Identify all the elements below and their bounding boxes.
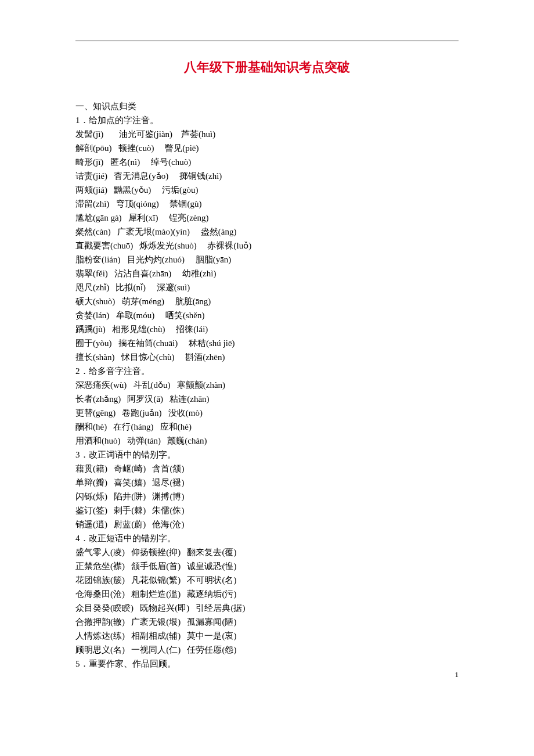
text-line: 滞留(zhì) 穹顶(qióng) 禁锢(gù) bbox=[75, 197, 459, 211]
page-number: 1 bbox=[455, 670, 459, 679]
text-line: 擅长(shàn) 怵目惊心(chù) 斟酒(zhēn) bbox=[75, 350, 459, 364]
text-line: 直戳要害(chuō) 烁烁发光(shuò) 赤裸裸(luǒ) bbox=[75, 239, 459, 253]
text-line: 众目癸癸(睽睽) 既物起兴(即) 引经居典(据) bbox=[75, 601, 459, 615]
text-line: 咫尺(zhǐ) 比拟(nǐ) 深邃(suì) bbox=[75, 280, 459, 294]
text-line: 尴尬(gān gà) 犀利(xī) 锃亮(zèng) bbox=[75, 211, 459, 225]
text-line: 更替(gēng) 卷跑(juǎn) 没收(mò) bbox=[75, 406, 459, 420]
text-line: 单辩(瓣) 喜笑(嬉) 退尽(褪) bbox=[75, 476, 459, 489]
text-line: 诘责(jié) 杳无消息(yǎo) 掷铜钱(zhì) bbox=[75, 169, 459, 183]
text-line: 3．改正词语中的错别字。 bbox=[75, 448, 459, 462]
text-line: 1．给加点的字注音。 bbox=[75, 113, 459, 127]
text-line: 发髻(jì) 油光可鉴(jiàn) 芦荟(huì) bbox=[75, 127, 459, 141]
text-line: 酬和(hè) 在行(háng) 应和(hè) bbox=[75, 420, 459, 434]
document-page: 八年级下册基础知识考点突破 一、知识点归类1．给加点的字注音。发髻(jì) 油光… bbox=[0, 0, 534, 694]
text-line: 囿于(yòu) 揣在袖筒(chuāi) 秫秸(shú jiē) bbox=[75, 336, 459, 350]
text-line: 贪婪(lán) 牟取(móu) 哂笑(shěn) bbox=[75, 308, 459, 322]
text-line: 深恶痛疾(wù) 斗乱(dǒu) 寒颤颤(zhàn) bbox=[75, 378, 459, 392]
text-line: 两颊(jiá) 黝黑(yǒu) 污垢(gòu) bbox=[75, 183, 459, 197]
text-line: 2．给多音字注音。 bbox=[75, 364, 459, 378]
text-line: 5．重要作家、作品回顾。 bbox=[75, 657, 459, 671]
text-line: 翡翠(fěi) 沾沾自喜(zhān) 幼稚(zhì) bbox=[75, 267, 459, 280]
top-separator bbox=[75, 41, 459, 41]
text-line: 仓海桑田(沧) 粗制烂造(滥) 藏逐纳垢(污) bbox=[75, 587, 459, 601]
text-line: 藉贯(籍) 奇岖(崎) 含首(颔) bbox=[75, 462, 459, 476]
text-line: 踽踽(jù) 相形见绌(chù) 招徕(lái) bbox=[75, 322, 459, 336]
text-line: 鉴订(签) 剌手(棘) 朱儒(侏) bbox=[75, 503, 459, 517]
text-line: 解剖(pōu) 顿挫(cuò) 瞥见(piē) bbox=[75, 141, 459, 155]
text-line: 人情炼达(练) 相副相成(辅) 莫中一是(衷) bbox=[75, 629, 459, 643]
text-line: 畸形(jī) 匿名(nì) 绰号(chuò) bbox=[75, 155, 459, 169]
document-body: 一、知识点归类1．给加点的字注音。发髻(jì) 油光可鉴(jiàn) 芦荟(hu… bbox=[75, 99, 459, 671]
text-line: 顾明思义(名) 一视同人(仁) 任劳任愿(怨) bbox=[75, 643, 459, 657]
text-line: 盛气零人(凌) 仰扬顿挫(抑) 翻来复去(覆) bbox=[75, 545, 459, 559]
document-title: 八年级下册基础知识考点突破 bbox=[75, 59, 459, 76]
text-line: 硕大(shuò) 萌芽(méng) 肮脏(āng) bbox=[75, 294, 459, 308]
text-line: 闪铄(烁) 陷井(阱) 渊搏(博) bbox=[75, 489, 459, 503]
text-line: 粲然(càn) 广袤无垠(mào)(yín) 盎然(àng) bbox=[75, 225, 459, 239]
text-line: 脂粉奁(lián) 目光灼灼(zhuó) 胭脂(yān) bbox=[75, 253, 459, 267]
text-line: 销遥(逍) 尉蓝(蔚) 伧海(沧) bbox=[75, 517, 459, 531]
text-line: 用酒和(huò) 动弹(tán) 颤巍(chàn) bbox=[75, 434, 459, 448]
text-line: 正禁危坐(襟) 颔手低眉(首) 诚皇诚恐(惶) bbox=[75, 559, 459, 573]
text-line: 长者(zhǎng) 阿罗汉(ā) 粘连(zhān) bbox=[75, 392, 459, 406]
text-line: 合撤押韵(辙) 广袤无银(垠) 孤漏寡闻(陋) bbox=[75, 615, 459, 629]
text-line: 花团锦族(簇) 凡花似锦(繁) 不可明状(名) bbox=[75, 573, 459, 587]
text-line: 一、知识点归类 bbox=[75, 99, 459, 113]
text-line: 4．改正短语中的错别字。 bbox=[75, 531, 459, 545]
